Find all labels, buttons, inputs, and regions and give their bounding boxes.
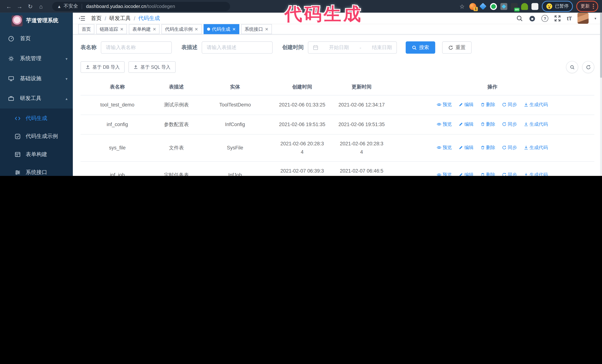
sidebar-item-label: 系统接口: [26, 169, 47, 176]
delete-link[interactable]: 删除: [480, 120, 495, 128]
col-header-actions: 操作: [390, 79, 594, 95]
codegen-table: 表名称 表描述 实体 创建时间 更新时间 操作 tool_test_demo 测…: [81, 79, 594, 176]
browser-forward-button[interactable]: →: [15, 1, 25, 11]
help-icon[interactable]: ?: [541, 15, 548, 22]
preview-link[interactable]: 预览: [437, 120, 452, 128]
table-desc-input[interactable]: 请输入表描述: [202, 42, 273, 54]
tab-codegen[interactable]: 代码生成✕: [204, 24, 239, 34]
tab-close-icon[interactable]: ✕: [153, 24, 156, 34]
trash-icon: [480, 173, 485, 176]
cell-updated-time: 2021-02-06 19:51:35: [333, 115, 390, 135]
extension-switch-icon[interactable]: on: [511, 3, 517, 10]
sidebar-item-system[interactable]: 系统管理 ▾: [0, 49, 73, 69]
extension-panel-icon[interactable]: [500, 3, 507, 10]
edit-link[interactable]: 编辑: [459, 100, 474, 109]
cell-updated-time: 2021-02-07 06:46:5 6: [333, 162, 390, 176]
kebab-menu-icon[interactable]: [593, 4, 594, 9]
sidebar-item-infrastructure[interactable]: 基础设施 ▾: [0, 69, 73, 89]
extension-key-icon[interactable]: [521, 3, 528, 10]
sync-link[interactable]: 同步: [502, 120, 517, 128]
extension-shield-icon[interactable]: [490, 3, 497, 10]
update-button[interactable]: 更新: [576, 1, 598, 12]
search-button[interactable]: 搜索: [406, 42, 435, 54]
preview-link[interactable]: 预览: [437, 100, 452, 109]
extension-gem-icon[interactable]: [480, 3, 487, 10]
edit-link[interactable]: 编辑: [459, 170, 474, 176]
generate-code-link[interactable]: 生成代码: [524, 120, 548, 128]
sync-link[interactable]: 同步: [502, 170, 517, 176]
tab-system-api[interactable]: 系统接口✕: [241, 24, 272, 34]
eye-icon: [437, 173, 441, 176]
tab-close-icon[interactable]: ✕: [265, 24, 269, 34]
url-path: /tool/codegen: [146, 4, 175, 9]
header-search-icon[interactable]: [516, 15, 523, 22]
bookmark-star-icon[interactable]: ☆: [458, 3, 466, 10]
tab-close-icon[interactable]: ✕: [194, 24, 198, 34]
tab-close-icon[interactable]: ✕: [232, 24, 236, 34]
avatar-caret-icon[interactable]: ▾: [595, 16, 596, 20]
download-icon: [524, 122, 528, 126]
sidebar-logo-row[interactable]: 芋道管理系统: [0, 13, 73, 29]
tab-close-icon[interactable]: ✕: [120, 24, 124, 34]
chevron-up-icon: ▴: [65, 96, 67, 101]
security-warning-icon: ▲: [57, 4, 61, 9]
refresh-table-button[interactable]: [582, 61, 594, 73]
pencil-icon: [459, 122, 463, 126]
generate-code-link[interactable]: 生成代码: [524, 100, 548, 109]
trash-icon: [480, 122, 485, 126]
tab-form-builder[interactable]: 表单构建✕: [129, 24, 160, 34]
reset-button[interactable]: 重置: [442, 42, 472, 54]
paused-badge[interactable]: 已暂停: [542, 1, 573, 12]
breadcrumb-home[interactable]: 首页: [91, 15, 102, 22]
paused-label: 已暂停: [555, 3, 569, 10]
github-icon[interactable]: [529, 15, 536, 22]
table-name-input[interactable]: 请输入表名称: [101, 42, 172, 54]
date-range-picker[interactable]: 开始日期 - 结束日期: [308, 42, 397, 54]
sync-link[interactable]: 同步: [502, 143, 517, 152]
refresh-icon: [586, 65, 591, 70]
db-import-button[interactable]: 基于 DB 导入: [81, 61, 125, 73]
edit-link[interactable]: 编辑: [459, 143, 474, 152]
browser-reload-button[interactable]: ↻: [25, 1, 35, 11]
browser-home-button[interactable]: ⌂: [36, 1, 46, 11]
edit-link[interactable]: 编辑: [459, 120, 474, 128]
generate-code-link[interactable]: 生成代码: [524, 143, 548, 152]
preview-link[interactable]: 预览: [437, 170, 452, 176]
delete-link[interactable]: 删除: [480, 100, 495, 109]
sidebar-item-home[interactable]: 首页: [0, 29, 73, 49]
url-bar[interactable]: ▲ 不安全 dashboard.yudao.iocoder.cn/tool/co…: [52, 2, 230, 11]
preview-link[interactable]: 预览: [437, 143, 452, 152]
cell-entity: InfConfig: [199, 115, 271, 135]
delete-link[interactable]: 删除: [480, 143, 495, 152]
tab-home[interactable]: 首页: [78, 24, 94, 34]
extensions-puzzle-icon[interactable]: [531, 3, 538, 10]
breadcrumb-current: 代码生成: [138, 15, 160, 22]
breadcrumb-devtools[interactable]: 研发工具: [109, 15, 131, 22]
generate-code-link[interactable]: 生成代码: [524, 170, 548, 176]
sidebar-item-system-api[interactable]: 系统接口: [0, 163, 73, 176]
page-scrollbar[interactable]: [600, 13, 602, 176]
chevron-down-icon: ▾: [65, 56, 67, 61]
sidebar-item-label: 研发工具: [20, 95, 42, 102]
update-label: 更新: [580, 3, 590, 10]
sync-link[interactable]: 同步: [502, 100, 517, 109]
sidebar-item-form-builder[interactable]: 表单构建: [0, 145, 73, 163]
create-time-label: 创建时间: [282, 44, 304, 51]
trash-icon: [480, 145, 485, 150]
avatar[interactable]: [578, 13, 589, 24]
delete-link[interactable]: 删除: [480, 170, 495, 176]
sidebar-item-codegen[interactable]: 代码生成: [0, 109, 73, 127]
sql-import-button[interactable]: 基于 SQL 导入: [129, 61, 175, 73]
sidebar-item-codegen-example[interactable]: 代码生成示例: [0, 127, 73, 145]
hamburger-toggle-icon[interactable]: [78, 15, 86, 21]
toggle-search-button[interactable]: [566, 61, 578, 73]
sidebar-item-devtools[interactable]: 研发工具 ▴: [0, 89, 73, 108]
tab-tracing[interactable]: 链路追踪✕: [96, 24, 127, 34]
browser-back-button[interactable]: ←: [4, 1, 14, 11]
cell-created-time: 2021-02-06 20:28:3 4: [271, 135, 333, 162]
upload-icon: [86, 65, 90, 69]
fullscreen-icon[interactable]: [554, 15, 561, 22]
tab-codegen-example[interactable]: 代码生成示例✕: [161, 24, 202, 34]
extension-browser-icon[interactable]: 1: [469, 3, 476, 10]
font-size-icon[interactable]: tT: [567, 15, 572, 21]
